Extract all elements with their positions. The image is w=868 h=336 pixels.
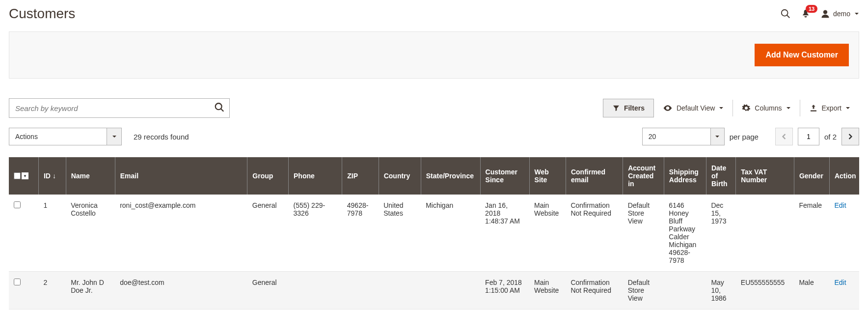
cell-shipping xyxy=(664,272,706,309)
col-country[interactable]: Country xyxy=(379,157,421,195)
select-menu-caret[interactable]: ▼ xyxy=(22,172,28,179)
cell-website: Main Website xyxy=(529,195,566,272)
col-created-in[interactable]: Account Created in xyxy=(623,157,664,195)
customers-grid: ▼ ID↓ Name Email Group Phone ZIP Country… xyxy=(9,157,859,309)
cell-group: General xyxy=(247,272,289,309)
cell-id: 1 xyxy=(38,195,66,272)
columns-label: Columns xyxy=(755,104,782,112)
col-action: Action xyxy=(829,157,859,195)
next-page-button[interactable] xyxy=(841,128,859,145)
bulk-actions-label: Actions xyxy=(9,128,107,145)
col-group[interactable]: Group xyxy=(247,157,289,195)
cell-shipping: 6146 Honey Bluff Parkway Calder Michigan… xyxy=(664,195,706,272)
per-page-caret[interactable] xyxy=(711,128,725,145)
columns-selector[interactable]: Columns xyxy=(733,99,799,117)
cell-created-in: Default Store View xyxy=(623,272,664,309)
cell-zip: 49628-7978 xyxy=(342,195,379,272)
col-website[interactable]: Web Site xyxy=(529,157,566,195)
current-page-input[interactable] xyxy=(798,128,819,145)
row-checkbox[interactable] xyxy=(14,279,21,285)
filters-button[interactable]: Filters xyxy=(603,99,654,117)
cell-vat: EU555555555 xyxy=(736,272,794,309)
cell-confirmed: Confirmation Not Required xyxy=(566,272,623,309)
cell-dob: Dec 15, 1973 xyxy=(706,195,735,272)
notifications-icon[interactable]: 13 xyxy=(801,9,811,19)
svg-point-5 xyxy=(667,107,668,109)
caret-down-icon xyxy=(786,106,791,111)
cell-website: Main Website xyxy=(529,272,566,309)
export-selector[interactable]: Export xyxy=(800,99,859,117)
page-title: Customers xyxy=(9,6,75,22)
col-shipping[interactable]: Shipping Address xyxy=(664,157,706,195)
prev-page-button[interactable] xyxy=(775,128,793,145)
view-selector[interactable]: Default View xyxy=(654,99,732,117)
export-label: Export xyxy=(822,104,841,112)
col-name[interactable]: Name xyxy=(66,157,115,195)
cell-country xyxy=(379,272,421,309)
cell-state xyxy=(421,272,480,309)
edit-link[interactable]: Edit xyxy=(834,201,846,209)
cell-phone: (555) 229-3326 xyxy=(289,195,342,272)
col-email[interactable]: Email xyxy=(115,157,247,195)
select-all-checkbox[interactable] xyxy=(14,172,21,179)
search-input[interactable] xyxy=(9,98,230,118)
col-vat[interactable]: Tax VAT Number xyxy=(736,157,794,195)
cell-country: United States xyxy=(379,195,421,272)
cell-created-in: Default Store View xyxy=(623,195,664,272)
cell-dob: May 10, 1986 xyxy=(706,272,735,309)
chevron-left-icon xyxy=(781,134,787,140)
edit-link[interactable]: Edit xyxy=(834,279,846,286)
cell-phone xyxy=(289,272,342,309)
svg-line-4 xyxy=(221,109,224,112)
bulk-actions-dropdown[interactable]: Actions xyxy=(9,128,122,145)
col-id[interactable]: ID↓ xyxy=(38,157,66,195)
col-confirmed[interactable]: Confirmed email xyxy=(566,157,623,195)
eye-icon xyxy=(663,103,673,113)
cell-gender: Male xyxy=(794,272,829,309)
caret-down-icon xyxy=(719,106,724,111)
bulk-actions-caret[interactable] xyxy=(107,128,122,145)
cell-email: roni_cost@example.com xyxy=(115,195,247,272)
per-page-value[interactable]: 20 xyxy=(642,128,711,145)
col-since[interactable]: Customer Since xyxy=(480,157,529,195)
search-button[interactable] xyxy=(212,100,227,116)
col-gender[interactable]: Gender xyxy=(794,157,829,195)
cell-state: Michigan xyxy=(421,195,480,272)
col-zip[interactable]: ZIP xyxy=(342,157,379,195)
cell-since: Jan 16, 2018 1:48:37 AM xyxy=(480,195,529,272)
gear-icon xyxy=(742,104,751,112)
per-page-label: per page xyxy=(730,133,759,141)
cell-vat xyxy=(736,195,794,272)
records-found-label: 29 records found xyxy=(134,133,189,141)
svg-point-3 xyxy=(216,103,222,110)
svg-point-0 xyxy=(782,10,788,16)
view-label: Default View xyxy=(677,104,715,112)
cell-zip xyxy=(342,272,379,309)
col-phone[interactable]: Phone xyxy=(289,157,342,195)
filters-label: Filters xyxy=(624,104,645,112)
add-new-customer-button[interactable]: Add New Customer xyxy=(755,44,849,66)
cell-name: Mr. John D Doe Jr. xyxy=(66,272,115,309)
svg-point-2 xyxy=(823,10,827,14)
col-dob[interactable]: Date of Birth xyxy=(706,157,735,195)
svg-line-1 xyxy=(787,15,790,18)
cell-gender: Female xyxy=(794,195,829,272)
col-state[interactable]: State/Province xyxy=(421,157,480,195)
table-row: 2Mr. John D Doe Jr.doe@test.comGeneralFe… xyxy=(9,272,859,309)
row-checkbox[interactable] xyxy=(14,201,21,208)
export-icon xyxy=(809,104,818,112)
notification-badge: 13 xyxy=(806,5,817,13)
username-label: demo xyxy=(833,10,850,18)
col-select-all[interactable]: ▼ xyxy=(9,157,38,195)
cell-name: Veronica Costello xyxy=(66,195,115,272)
chevron-right-icon xyxy=(847,134,853,140)
cell-group: General xyxy=(247,195,289,272)
caret-down-icon xyxy=(845,106,850,111)
of-label: of 2 xyxy=(824,133,837,141)
cell-email: doe@test.com xyxy=(115,272,247,309)
global-search-icon[interactable] xyxy=(780,8,791,19)
cell-id: 2 xyxy=(38,272,66,309)
user-menu[interactable]: demo xyxy=(820,9,859,19)
sort-arrow-down-icon: ↓ xyxy=(53,172,56,180)
funnel-icon xyxy=(612,104,620,112)
